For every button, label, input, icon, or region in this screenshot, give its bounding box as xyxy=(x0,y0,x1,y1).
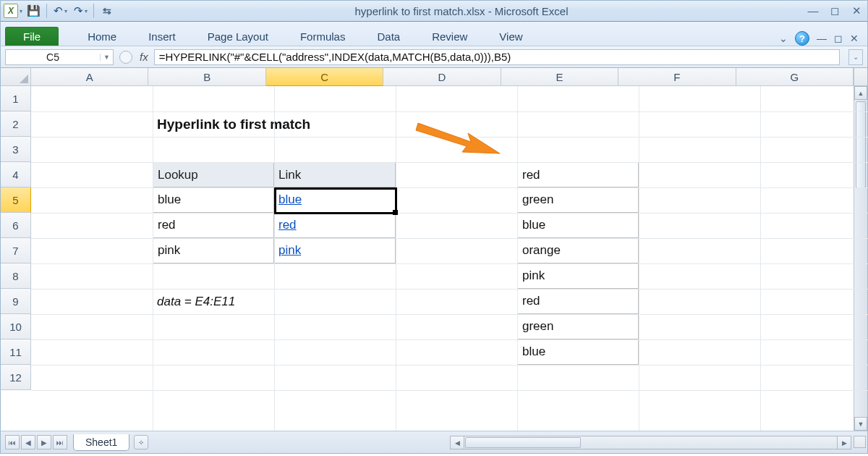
app-icon[interactable]: ▾ xyxy=(4,3,22,19)
col-header-f[interactable]: F xyxy=(618,68,736,86)
scroll-corner xyxy=(854,68,867,86)
row-header-3[interactable]: 3 xyxy=(1,137,31,162)
cell-e5[interactable]: green xyxy=(517,187,639,213)
tab-review[interactable]: Review xyxy=(416,27,483,46)
cell-e10[interactable]: green xyxy=(517,314,639,339)
cell-b2-title[interactable]: Hyperlink to first match xyxy=(153,111,517,137)
col-header-g[interactable]: G xyxy=(736,68,854,86)
tab-insert[interactable]: Insert xyxy=(132,27,192,46)
row-header-7[interactable]: 7 xyxy=(1,238,31,263)
new-sheet-button[interactable]: ✧ xyxy=(134,435,148,449)
cell-e9[interactable]: red xyxy=(517,289,639,314)
next-sheet-button[interactable]: ▶ xyxy=(37,435,51,449)
select-all-button[interactable] xyxy=(1,68,31,86)
save-button[interactable]: 💾 xyxy=(24,3,43,19)
col-header-b[interactable]: B xyxy=(148,68,265,86)
prev-sheet-button[interactable]: ◀ xyxy=(21,435,35,449)
resize-corner[interactable] xyxy=(854,436,866,448)
scroll-left-button[interactable]: ◀ xyxy=(451,436,464,449)
tab-view[interactable]: View xyxy=(483,27,538,46)
minimize-button[interactable]: — xyxy=(807,4,820,17)
cell-e4[interactable]: red xyxy=(517,162,639,187)
fx-icon[interactable]: fx xyxy=(140,51,148,63)
workbook-close-button[interactable]: ✕ xyxy=(850,33,859,44)
scroll-thumb[interactable] xyxy=(465,437,581,448)
cell-e8[interactable]: pink xyxy=(517,263,639,289)
ribbon-minimize-icon[interactable]: ⌄ xyxy=(779,33,788,44)
name-box-dropdown[interactable]: ▼ xyxy=(100,54,113,61)
sheet-tab[interactable]: Sheet1 xyxy=(73,434,129,451)
maximize-button[interactable]: ◻ xyxy=(828,4,841,17)
tab-page-layout[interactable]: Page Layout xyxy=(192,27,284,46)
cell-b4[interactable]: Lookup xyxy=(153,162,274,187)
ribbon-right: ⌄ ? — ◻ ✕ xyxy=(779,31,863,46)
cells[interactable]: Hyperlink to first match Lookup Link blu… xyxy=(31,86,854,431)
cell-c7-hyperlink[interactable]: pink xyxy=(274,238,396,263)
title-bar: ▾ 💾 ↶▾ ↷▾ ⇆ hyperlink to first match.xls… xyxy=(0,0,868,22)
row-header-12[interactable]: 12 xyxy=(1,365,31,390)
col-header-e[interactable]: E xyxy=(501,68,618,86)
first-sheet-button[interactable]: ⏮ xyxy=(5,435,20,449)
horizontal-scrollbar[interactable]: ◀ ▶ xyxy=(450,436,851,449)
row-header-2[interactable]: 2 xyxy=(1,111,31,137)
cell-b5[interactable]: blue xyxy=(153,187,274,213)
cell-b7[interactable]: pink xyxy=(153,238,274,263)
qat-separator xyxy=(93,4,94,18)
cell-e7[interactable]: orange xyxy=(517,238,639,263)
scroll-right-button[interactable]: ▶ xyxy=(837,436,851,449)
cancel-icon[interactable] xyxy=(119,51,132,64)
name-box-value: C5 xyxy=(6,51,100,63)
tab-formulas[interactable]: Formulas xyxy=(284,27,362,46)
column-headers: ABCDEFG xyxy=(31,68,854,86)
sheet-tab-bar: ⏮ ◀ ▶ ⏭ Sheet1 ✧ ◀ ▶ xyxy=(0,431,868,454)
cell-c6-hyperlink[interactable]: red xyxy=(274,213,396,238)
redo-button[interactable]: ↷▾ xyxy=(71,3,90,19)
formula-input[interactable]: =HYPERLINK("#"&CELL("address",INDEX(data… xyxy=(154,49,840,65)
row-header-8[interactable]: 8 xyxy=(1,263,31,289)
cell-b6[interactable]: red xyxy=(153,213,274,238)
expand-formula-bar-button[interactable]: ⌄ xyxy=(848,49,863,65)
formula-bar: C5 ▼ fx =HYPERLINK("#"&CELL("address",IN… xyxy=(0,46,868,68)
worksheet-area: ABCDEFG 123456789101112 Hyperlink to fir… xyxy=(0,68,868,431)
last-sheet-button[interactable]: ⏭ xyxy=(53,435,67,449)
grid[interactable]: ABCDEFG 123456789101112 Hyperlink to fir… xyxy=(1,68,854,431)
qat-separator xyxy=(46,4,47,18)
row-header-11[interactable]: 11 xyxy=(1,339,31,365)
workbook-restore-button[interactable]: ◻ xyxy=(834,33,843,44)
row-header-4[interactable]: 4 xyxy=(1,162,31,187)
name-box[interactable]: C5 ▼ xyxy=(5,49,114,65)
row-header-10[interactable]: 10 xyxy=(1,314,31,339)
row-header-9[interactable]: 9 xyxy=(1,289,31,314)
scroll-thumb[interactable] xyxy=(856,101,866,188)
scroll-track[interactable] xyxy=(582,436,837,449)
cell-c4[interactable]: Link xyxy=(274,162,396,187)
row-header-6[interactable]: 6 xyxy=(1,213,31,238)
row-header-1[interactable]: 1 xyxy=(1,86,31,111)
ribbon: File Home Insert Page Layout Formulas Da… xyxy=(0,22,868,46)
help-icon[interactable]: ? xyxy=(795,31,809,46)
cell-e11[interactable]: blue xyxy=(517,339,639,365)
quick-access-toolbar: ▾ 💾 ↶▾ ↷▾ ⇆ xyxy=(4,3,116,19)
col-header-a[interactable]: A xyxy=(31,68,148,86)
close-button[interactable]: ✕ xyxy=(850,4,863,17)
vertical-scrollbar[interactable]: ▲ ▼ xyxy=(854,68,867,431)
col-header-c[interactable]: C xyxy=(266,68,383,86)
excel-icon xyxy=(4,4,18,18)
row-headers: 123456789101112 xyxy=(1,86,31,390)
scroll-down-button[interactable]: ▼ xyxy=(854,417,867,431)
window-controls: — ◻ ✕ xyxy=(807,4,863,17)
cell-c5-hyperlink[interactable]: blue xyxy=(274,187,396,213)
cell-e6[interactable]: blue xyxy=(517,213,639,238)
scroll-up-button[interactable]: ▲ xyxy=(854,86,867,100)
scroll-track[interactable] xyxy=(854,190,867,417)
tab-home[interactable]: Home xyxy=(72,27,132,46)
qat-customize-button[interactable]: ⇆ xyxy=(98,3,116,19)
col-header-d[interactable]: D xyxy=(383,68,501,86)
window-title: hyperlink to first match.xlsx - Microsof… xyxy=(121,5,802,17)
row-header-5[interactable]: 5 xyxy=(1,187,31,213)
workbook-minimize-button[interactable]: — xyxy=(817,33,827,44)
undo-button[interactable]: ↶▾ xyxy=(51,3,69,19)
file-tab[interactable]: File xyxy=(5,27,59,46)
tab-data[interactable]: Data xyxy=(361,27,416,46)
